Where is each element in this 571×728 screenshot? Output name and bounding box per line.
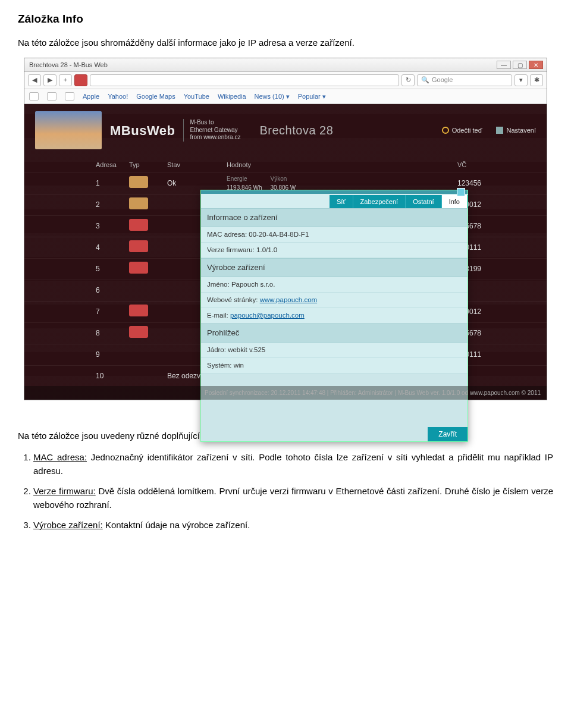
web-link[interactable]: www.papouch.com [260,296,318,303]
bookmarks-icon[interactable] [29,92,39,101]
page-menu-button[interactable]: ▾ [514,74,528,86]
read-now-label: Odečti teď [452,125,482,136]
cell-addr: 6 [96,285,129,296]
bookmark-link[interactable]: Google Maps [136,92,175,102]
app-subtitle: M-Bus to Ethernet Gateway from www.enbra… [183,119,240,142]
bookmark-link[interactable]: Popular ▾ [298,92,326,102]
bookmark-link[interactable]: Wikipedia [218,92,246,102]
info-dialog: Síť Zabezpečení Ostatní Info Informace o… [200,190,468,442]
tab-security[interactable]: Zabezpečení [353,195,406,208]
bookmarks-bar: Apple Yahoo! Google Maps YouTube Wikiped… [24,89,547,105]
mail-link[interactable]: papouch@papouch.com [230,312,305,319]
app-logo: MBusWeb [110,121,175,140]
device-icon [129,326,148,338]
term: Výrobce zařízení: [33,520,103,530]
device-icon [129,197,148,209]
col-values: Hodnoty [227,160,457,170]
section-heading: Záložka Info [18,11,553,28]
definition-list: MAC adresa: Jednoznačný identifikátor za… [33,451,553,532]
app-subtitle-line: from www.enbra.cz [190,134,240,142]
device-icon [129,262,148,274]
cell-type [129,219,167,234]
intro-paragraph: Na této záložce jsou shromážděny další i… [18,36,553,50]
nav-back-button[interactable]: ◀ [28,74,41,86]
settings-button[interactable]: Nastavení [496,125,536,136]
settings-label: Nastavení [506,125,536,136]
window-minimize-button[interactable]: — [497,61,511,69]
bookmark-link[interactable]: Apple [83,92,99,102]
tab-info[interactable]: Info [442,195,468,208]
col-type: Typ [129,160,167,170]
reload-button[interactable]: ↻ [401,74,415,86]
section-manufacturer: Výrobce zařízení [201,258,468,277]
cell-addr: 8 [96,328,129,338]
device-icon [129,176,148,188]
dialog-tabs: Síť Zabezpečení Ostatní Info [201,194,468,208]
bookmark-link[interactable]: News (10) ▾ [255,92,290,102]
col-state: Stav [167,160,227,170]
web-label: Webové stránky: [207,296,260,303]
tab-network[interactable]: Síť [330,195,353,208]
app-header: MBusWeb M-Bus to Ethernet Gateway from w… [24,104,547,158]
cell-addr: 10 [96,371,129,381]
read-now-button[interactable]: Odečti teď [442,125,482,136]
mail-label: E-mail: [207,312,230,319]
cell-addr: 3 [96,221,129,231]
cell-type [129,240,167,255]
app-subtitle-line: M-Bus to [190,119,240,127]
device-icon [129,240,148,252]
col-serial: VČ [457,160,511,170]
topsites-icon[interactable] [47,92,57,101]
browser-toolbar: ◀ ▶ + ↻ 🔍 Google ▾ ✱ [24,72,547,89]
mac-address-value: MAC adresa: 00-20-4A-B4-8D-F1 [201,227,468,243]
section-browser: Prohlížeč [201,324,468,343]
stop-button[interactable] [74,74,87,86]
bookmark-link[interactable]: YouTube [184,92,209,102]
page-title: Brechtova 28 [259,121,333,139]
section-device-info: Informace o zařízení [201,208,468,227]
search-placeholder: Google [432,75,453,85]
col-addr: Adresa [96,160,129,170]
list-item: Výrobce zařízení: Kontaktní údaje na výr… [33,519,553,532]
term: Verze firmwaru: [33,486,96,496]
search-icon: 🔍 [421,75,429,85]
cell-addr: 5 [96,263,129,274]
window-titlebar: Brechtova 28 - M-Bus Web — ▢ ✕ [24,58,547,72]
definition: Dvě čísla oddělená lomítkem. První určuj… [33,486,553,510]
settings-menu-button[interactable]: ✱ [530,74,543,86]
definition: Kontaktní údaje na výrobce zařízení. [103,520,250,530]
screenshot-figure: Brechtova 28 - M-Bus Web — ▢ ✕ ◀ ▶ + ↻ 🔍… [24,58,547,400]
webapp-body: MBusWeb M-Bus to Ethernet Gateway from w… [24,104,547,400]
dialog-titlebar[interactable] [201,190,468,194]
bookmark-link[interactable]: Yahoo! [108,92,128,102]
device-icon [129,305,148,316]
table-header: Adresa Typ Stav Hodnoty VČ [24,158,547,172]
cell-addr: 2 [96,199,129,210]
history-icon[interactable] [65,92,74,101]
manufacturer-mail: E-mail: papouch@papouch.com [201,308,468,324]
new-tab-button[interactable]: + [59,74,72,86]
address-bar[interactable] [90,74,399,86]
window-maximize-button[interactable]: ▢ [513,61,527,69]
nav-forward-button[interactable]: ▶ [43,74,57,86]
search-field[interactable]: 🔍 Google [417,74,512,86]
term: MAC adresa: [33,452,87,462]
list-item: MAC adresa: Jednoznačný identifikátor za… [33,451,553,478]
firmware-version-value: Verze firmwaru: 1.0/1.0 [201,243,468,258]
cell-type [129,262,167,277]
refresh-icon [442,127,449,134]
wrench-icon [496,127,503,134]
window-close-button[interactable]: ✕ [529,61,543,69]
list-item: Verze firmwaru: Dvě čísla oddělená lomít… [33,485,553,512]
dialog-close-button[interactable]: Zavřít [428,427,468,441]
browser-core: Jádro: webkit v.525 [201,343,468,358]
manufacturer-name: Jméno: Papouch s.r.o. [201,277,468,293]
tab-other[interactable]: Ostatní [406,195,441,208]
building-thumbnail [35,111,102,149]
manufacturer-web: Webové stránky: www.papouch.com [201,293,468,308]
cell-addr: 7 [96,306,129,317]
window-title: Brechtova 28 - M-Bus Web [29,60,108,70]
cell-type [129,305,167,319]
cell-type [129,197,167,212]
cell-addr: 9 [96,349,129,360]
